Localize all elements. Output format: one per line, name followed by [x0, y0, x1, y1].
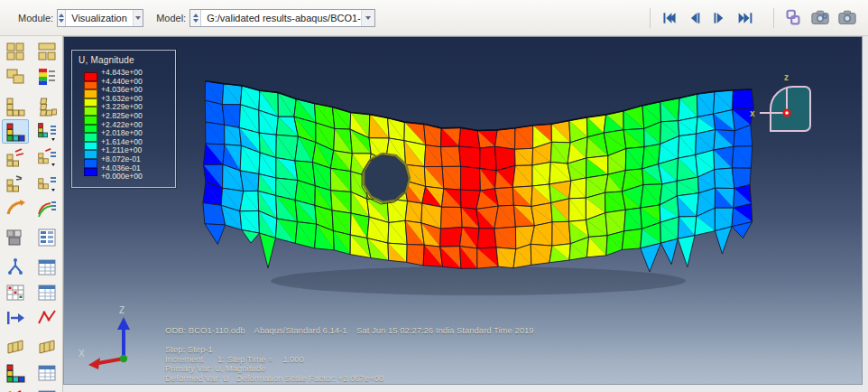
- toolbox-xy-plot-button[interactable]: [33, 305, 60, 330]
- toolbox-plot-contours-button[interactable]: [2, 119, 29, 144]
- toolbox-multiple-plot-states-button[interactable]: [2, 225, 29, 249]
- model-dropdown-arrow-icon[interactable]: [361, 10, 374, 26]
- axis-triad: Z X: [78, 305, 130, 369]
- toolbox-ply-table-button[interactable]: [33, 386, 60, 392]
- toolbox-ply-table-icon: [37, 388, 57, 392]
- toolbox-contour-options-button[interactable]: [33, 119, 60, 144]
- toolbox-plot-deformed-button[interactable]: [33, 94, 60, 118]
- legend-color-bar: [84, 72, 97, 182]
- toolbox-contour-mini-button[interactable]: [2, 360, 29, 385]
- toolbox-orientation-options-button[interactable]: [33, 170, 60, 194]
- animate-link-icon[interactable]: [781, 7, 805, 29]
- toolbox-symbol-options-icon: [37, 147, 57, 167]
- legend-color-swatch: [84, 150, 97, 159]
- toolbox-row: [2, 280, 60, 304]
- legend-color-swatch: [84, 98, 97, 107]
- module-dropdown-arrow-icon[interactable]: [133, 10, 143, 26]
- state-annotation-block: ODB: BCO1-110.odb Abaqus/Standard 6.14-1…: [165, 326, 534, 383]
- odb-title-line: ODB: BCO1-110.odb Abaqus/Standard 6.14-1…: [165, 326, 534, 335]
- module-combobox[interactable]: Visualization: [57, 9, 143, 27]
- toolbox-sweep-plot-button[interactable]: [2, 195, 29, 219]
- camera-movie-icon[interactable]: [808, 7, 832, 29]
- toolbox-results-table-button[interactable]: [33, 255, 60, 279]
- toolbox-ply-stack-button[interactable]: [2, 386, 29, 392]
- animation-vcr-controls: [658, 7, 757, 29]
- toolbox-view-cut-button[interactable]: [2, 335, 29, 359]
- toolbox-contour-legend-button[interactable]: [33, 64, 60, 89]
- last-frame-button[interactable]: [734, 7, 757, 29]
- viewport[interactable]: z x Z X U, Magnitude +4.843e+00+4.440e+0…: [63, 36, 863, 385]
- toolbar-separator: [773, 8, 774, 28]
- toolbox-row: [2, 255, 60, 279]
- toolbox-plot-undeformed-button[interactable]: [2, 94, 29, 118]
- toolbox-row: [2, 39, 60, 63]
- toolbox-sweep-plot-icon: [5, 198, 25, 218]
- contour-legend-box: U, Magnitude +4.843e+00+4.440e+00+4.036e…: [71, 50, 176, 188]
- module-spinner[interactable]: [58, 10, 66, 26]
- toolbox-row: [2, 360, 60, 385]
- toolbox-row: [2, 119, 60, 144]
- toolbox-field-output-options-button[interactable]: [33, 280, 60, 304]
- toolbox-create-path-button[interactable]: [2, 305, 29, 330]
- toolbox-contour-table-icon: [37, 363, 57, 383]
- toolbox-row: [2, 195, 60, 219]
- toolbox-overlay-plot-button[interactable]: [2, 64, 29, 89]
- toolbox-view-cut-options-icon: [37, 338, 57, 358]
- svg-text:Z: Z: [119, 305, 125, 315]
- legend-color-swatch: [84, 72, 97, 81]
- toolbox-plot-orientations-button[interactable]: [2, 170, 29, 194]
- deformed-var-line: Deformed Var: U Deformation Scale Factor…: [165, 374, 534, 383]
- toolbox-row: [2, 170, 60, 194]
- toolbox-sweep-options-icon: [37, 198, 57, 218]
- toolbox-view-cut-icon: [5, 338, 25, 358]
- model-spinner[interactable]: [190, 10, 201, 26]
- model-combobox[interactable]: G:/validated results-abaqus/BCO1-110.odb: [189, 9, 375, 27]
- toolbox-viewport-tiles-button[interactable]: [33, 39, 60, 63]
- toolbox-results-tree-icon: [5, 257, 25, 277]
- toolbox-ply-stack-icon: [5, 388, 25, 392]
- toolbox-orientation-options-icon: [37, 173, 57, 192]
- toolbox-plot-undeformed-icon: [5, 97, 25, 117]
- toolbox-row: [2, 305, 60, 330]
- toolbox-contour-mini-icon: [5, 363, 25, 383]
- toolbox-results-tree-button[interactable]: [2, 255, 29, 279]
- toolbox-symbol-options-button[interactable]: [33, 145, 60, 169]
- camera-snapshot-icon[interactable]: [836, 7, 859, 29]
- toolbox-row: [2, 94, 60, 118]
- legend-value: +0.000e+00: [101, 173, 143, 182]
- module-label: Module:: [18, 13, 53, 23]
- legend-color-swatch: [84, 125, 97, 134]
- view-compass[interactable]: z x: [750, 72, 810, 131]
- toolbox-overlay-plot-icon: [5, 67, 25, 87]
- toolbox-field-output-button[interactable]: [2, 280, 29, 304]
- toolbox-results-table-icon: [37, 257, 57, 277]
- toolbox-view-cut-options-button[interactable]: [33, 335, 60, 359]
- model-label: Model:: [156, 13, 186, 23]
- toolbox-row: [2, 145, 60, 169]
- toolbox-multiple-plot-states-icon: [5, 228, 25, 247]
- toolbox-row: [2, 225, 60, 249]
- toolbox-row: [2, 386, 60, 392]
- toolbox-sweep-options-button[interactable]: [33, 195, 60, 219]
- svg-text:x: x: [750, 108, 755, 118]
- toolbox-plot-state-list-button[interactable]: [33, 225, 60, 249]
- svg-text:X: X: [78, 349, 85, 359]
- toolbox-contour-legend-icon: [37, 67, 57, 87]
- first-frame-button[interactable]: [658, 7, 681, 29]
- toolbox-contour-table-button[interactable]: [33, 360, 60, 385]
- toolbox-row: [2, 64, 60, 89]
- legend-color-swatch: [84, 107, 97, 116]
- legend-title: U, Magnitude: [78, 55, 171, 65]
- toolbox-plot-symbols-icon: [5, 147, 25, 167]
- toolbox-contour-options-icon: [37, 122, 57, 142]
- next-frame-button[interactable]: [708, 7, 732, 29]
- toolbox-viewport-grid-button[interactable]: [2, 39, 29, 63]
- toolbox-plot-state-list-icon: [37, 228, 57, 247]
- toolbox-row: [2, 335, 60, 359]
- model-combobox-value: G:/validated results-abaqus/BCO1-110.odb: [201, 13, 361, 23]
- toolbox-viewport-tiles-icon: [37, 42, 57, 61]
- toolbox-plot-symbols-button[interactable]: [2, 145, 29, 169]
- legend-color-swatch: [84, 116, 97, 125]
- previous-frame-button[interactable]: [683, 7, 706, 29]
- toolbox-field-output-options-icon: [37, 283, 57, 303]
